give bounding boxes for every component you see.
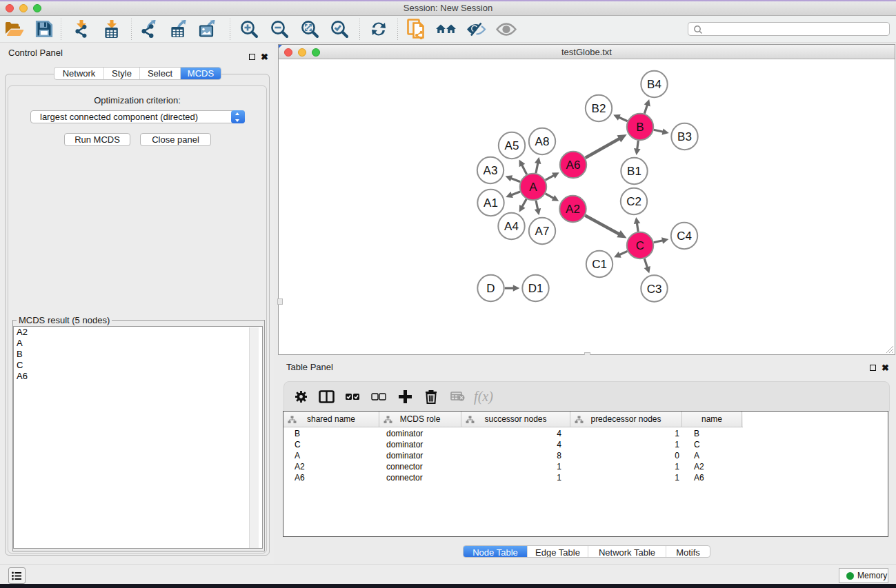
svg-text:A6: A6 (566, 159, 581, 172)
svg-text:B4: B4 (647, 78, 661, 91)
svg-text:B3: B3 (677, 130, 692, 143)
svg-text:D1: D1 (528, 282, 544, 295)
svg-text:B: B (636, 121, 644, 134)
svg-text:C2: C2 (626, 195, 641, 208)
svg-text:A2: A2 (566, 203, 580, 216)
svg-text:C: C (636, 239, 644, 252)
svg-text:A7: A7 (535, 225, 550, 238)
svg-text:C1: C1 (592, 258, 607, 271)
svg-text:A: A (529, 181, 537, 194)
svg-text:C4: C4 (677, 230, 692, 243)
svg-text:A1: A1 (484, 196, 498, 210)
svg-text:B2: B2 (592, 102, 606, 115)
svg-text:A5: A5 (505, 139, 519, 152)
svg-text:A3: A3 (484, 164, 498, 177)
svg-text:D: D (486, 282, 495, 295)
svg-text:A8: A8 (535, 135, 550, 148)
svg-text:B1: B1 (627, 165, 641, 178)
svg-text:C3: C3 (647, 283, 662, 296)
svg-text:A4: A4 (504, 220, 519, 233)
